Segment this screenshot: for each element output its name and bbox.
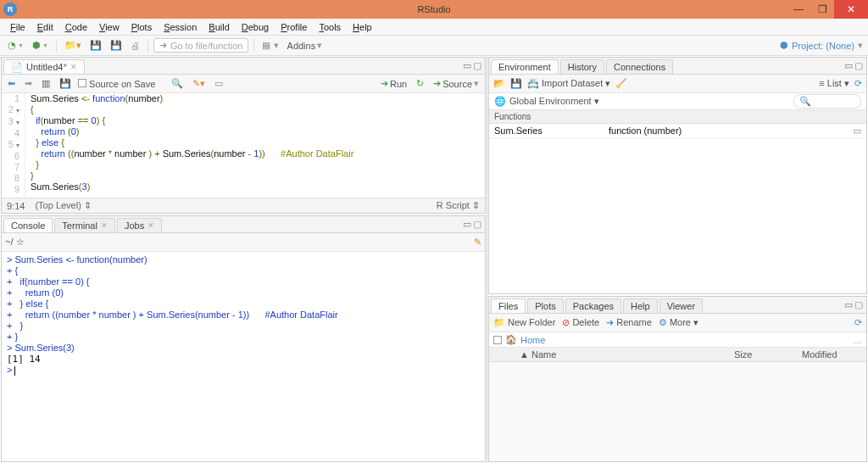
refresh-icon[interactable]: ⟳ bbox=[854, 78, 862, 89]
refresh-files-icon[interactable]: ⟳ bbox=[854, 317, 862, 328]
grid-button[interactable]: ▦ ▾ bbox=[259, 38, 281, 53]
new-project-button[interactable]: ⬢▼ bbox=[30, 38, 51, 53]
cursor-position: 9:14 bbox=[7, 201, 25, 211]
print-button[interactable]: 🖨 bbox=[128, 39, 142, 53]
more-button[interactable]: ⚙ More ▾ bbox=[659, 317, 698, 328]
goto-arrow-icon: ➜ bbox=[159, 40, 167, 51]
menubar: File Edit Code View Plots Session Build … bbox=[0, 19, 868, 36]
menu-build[interactable]: Build bbox=[203, 20, 234, 34]
delete-button[interactable]: ⊘ Delete bbox=[562, 317, 599, 328]
wand-icon[interactable]: ✎▾ bbox=[190, 76, 208, 91]
minimize-pane-icon[interactable]: ▭ bbox=[463, 219, 471, 230]
tab-history[interactable]: History bbox=[560, 59, 604, 74]
source-tab[interactable]: 📄 Untitled4* ✕ bbox=[3, 59, 85, 74]
project-icon: ⬢ bbox=[780, 40, 788, 51]
source-toolbar: ⬅ ➡ ▥ 💾 Source on Save 🔍 ✎▾ ▭ ➔Run ↻ ➔So… bbox=[2, 75, 485, 93]
save-button[interactable]: 💾 bbox=[87, 38, 104, 53]
globe-icon: 🌐 bbox=[494, 96, 506, 107]
menu-session[interactable]: Session bbox=[159, 20, 202, 34]
new-folder-button[interactable]: 📁 New Folder bbox=[493, 317, 555, 328]
forward-icon[interactable]: ➡ bbox=[22, 76, 35, 91]
source-pane: 📄 Untitled4* ✕ ▭ ▢ ⬅ ➡ ▥ 💾 Source on Sav… bbox=[1, 57, 486, 214]
col-size[interactable]: Size bbox=[734, 349, 785, 360]
file-type[interactable]: R Script ⇕ bbox=[437, 200, 480, 211]
project-menu[interactable]: ⬢ Project: (None) ▾ bbox=[780, 40, 863, 51]
home-icon: 🏠 bbox=[505, 334, 517, 345]
titlebar: R RStudio — ❐ ✕ bbox=[0, 0, 868, 19]
minimize-button[interactable]: — bbox=[787, 0, 810, 19]
list-view-button[interactable]: ≡ List ▾ bbox=[819, 78, 849, 89]
files-pane: Files Plots Packages Help Viewer ▭▢ 📁 Ne… bbox=[488, 296, 867, 462]
path-home[interactable]: Home bbox=[520, 335, 545, 345]
goto-file-input[interactable]: ➜ Go to file/function bbox=[153, 38, 249, 53]
new-file-button[interactable]: ◔▼ bbox=[5, 38, 26, 53]
menu-view[interactable]: View bbox=[94, 20, 125, 34]
clear-console-icon[interactable]: ✎ bbox=[474, 237, 481, 248]
search-icon: 🔍 bbox=[799, 96, 811, 107]
clear-workspace-icon[interactable]: 🧹 bbox=[615, 78, 627, 89]
tab-help[interactable]: Help bbox=[623, 298, 658, 313]
console-path: ~/ ☆ bbox=[5, 237, 25, 248]
back-icon[interactable]: ⬅ bbox=[5, 76, 18, 91]
env-row[interactable]: Sum.Series function (number) ▭ bbox=[489, 124, 866, 139]
run-button[interactable]: ➔Run bbox=[378, 76, 409, 91]
environment-search[interactable]: 🔍 bbox=[793, 94, 861, 109]
select-all-checkbox[interactable] bbox=[493, 336, 502, 344]
tab-files[interactable]: Files bbox=[491, 298, 526, 313]
maximize-pane-icon[interactable]: ▢ bbox=[473, 219, 481, 230]
file-icon: 📄 bbox=[11, 62, 23, 73]
rerun-button[interactable]: ↻ bbox=[414, 76, 426, 91]
tab-console[interactable]: Console bbox=[3, 218, 53, 232]
menu-file[interactable]: File bbox=[5, 20, 31, 34]
menu-edit[interactable]: Edit bbox=[32, 20, 58, 34]
view-function-icon[interactable]: ▭ bbox=[853, 126, 861, 137]
main-toolbar: ◔▼ ⬢▼ 📁▾ 💾 💾 🖨 ➜ Go to file/function ▦ ▾… bbox=[0, 36, 868, 56]
rename-button[interactable]: ➜ Rename bbox=[606, 317, 652, 328]
load-workspace-icon[interactable]: 📂 bbox=[493, 78, 505, 89]
close-button[interactable]: ✕ bbox=[834, 0, 868, 19]
close-tab-icon[interactable]: ✕ bbox=[70, 63, 77, 71]
col-name[interactable]: ▲ Name bbox=[520, 349, 717, 360]
scope-selector[interactable]: (Top Level) ⇕ bbox=[35, 200, 91, 211]
goto-placeholder: Go to file/function bbox=[170, 41, 243, 51]
menu-code[interactable]: Code bbox=[60, 20, 92, 34]
save-all-button[interactable]: 💾 bbox=[108, 38, 125, 53]
tab-plots[interactable]: Plots bbox=[527, 298, 563, 313]
addins-button[interactable]: Addins ▾ bbox=[285, 38, 326, 53]
code-editor[interactable]: 12 ▾3 ▾45 ▾6789 Sum.Series <- function(n… bbox=[2, 93, 485, 198]
console-body[interactable]: > Sum.Series <- function(number) + { + i… bbox=[2, 252, 485, 461]
rstudio-logo-icon: R bbox=[3, 3, 17, 16]
source-on-save-checkbox[interactable] bbox=[78, 79, 86, 87]
compile-icon[interactable]: ▭ bbox=[212, 76, 225, 91]
save-source-button[interactable]: 💾 bbox=[57, 76, 74, 91]
env-section-functions: Functions bbox=[489, 110, 866, 124]
tab-connections[interactable]: Connections bbox=[606, 59, 673, 74]
more-path-icon[interactable]: … bbox=[853, 335, 862, 345]
save-workspace-icon[interactable]: 💾 bbox=[510, 78, 522, 89]
file-list[interactable] bbox=[489, 362, 866, 461]
find-icon[interactable]: 🔍 bbox=[169, 76, 186, 91]
import-dataset-button[interactable]: 📇 Import Dataset ▾ bbox=[527, 78, 610, 89]
col-modified[interactable]: Modified bbox=[802, 349, 861, 360]
minimize-pane-icon[interactable]: ▭ bbox=[463, 60, 471, 71]
window-title: RStudio bbox=[417, 4, 450, 14]
show-in-new-window-icon[interactable]: ▥ bbox=[39, 76, 53, 91]
maximize-pane-icon[interactable]: ▢ bbox=[473, 60, 481, 71]
menu-plots[interactable]: Plots bbox=[126, 20, 157, 34]
tab-packages[interactable]: Packages bbox=[565, 298, 621, 313]
tab-environment[interactable]: Environment bbox=[491, 59, 559, 74]
tab-viewer[interactable]: Viewer bbox=[659, 298, 703, 313]
menu-debug[interactable]: Debug bbox=[236, 20, 274, 34]
menu-tools[interactable]: Tools bbox=[314, 20, 346, 34]
maximize-button[interactable]: ❐ bbox=[810, 0, 834, 19]
tab-terminal[interactable]: Terminal ✕ bbox=[54, 218, 115, 232]
open-file-button[interactable]: 📁▾ bbox=[62, 38, 84, 53]
console-pane: Console Terminal ✕ Jobs ✕ ▭ ▢ ~/ ☆ ✎ > S… bbox=[1, 215, 486, 462]
menu-profile[interactable]: Profile bbox=[275, 20, 312, 34]
environment-pane: Environment History Connections ▭▢ 📂 💾 📇… bbox=[488, 57, 867, 294]
scope-selector[interactable]: Global Environment ▾ bbox=[509, 96, 599, 107]
source-button[interactable]: ➔Source ▾ bbox=[431, 76, 481, 91]
menu-help[interactable]: Help bbox=[348, 20, 377, 34]
tab-jobs[interactable]: Jobs ✕ bbox=[117, 218, 162, 232]
